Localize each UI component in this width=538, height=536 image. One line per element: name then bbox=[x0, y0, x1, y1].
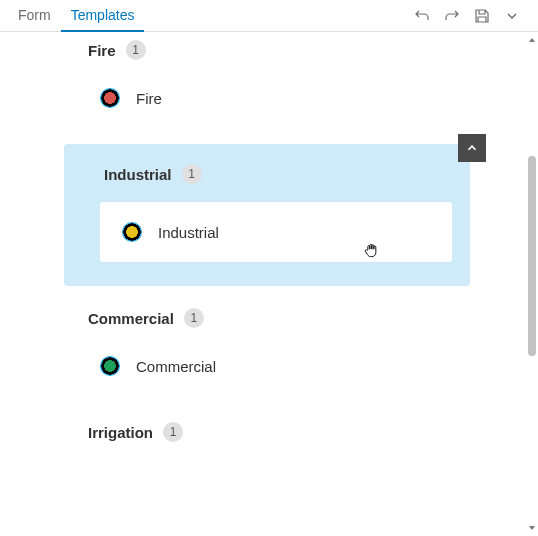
tab-bar: Form Templates bbox=[0, 0, 538, 32]
group-fire: Fire 1 Fire bbox=[0, 32, 538, 138]
commercial-symbol-icon bbox=[100, 356, 120, 376]
template-item[interactable]: Commercial bbox=[0, 338, 538, 394]
group-header[interactable]: Fire 1 bbox=[0, 34, 538, 70]
group-commercial: Commercial 1 Commercial bbox=[0, 292, 538, 406]
industrial-symbol-icon bbox=[122, 222, 142, 242]
item-label: Commercial bbox=[136, 358, 216, 375]
tab-form[interactable]: Form bbox=[8, 0, 61, 32]
template-item[interactable]: Fire bbox=[0, 70, 538, 126]
scroll-up-icon[interactable] bbox=[528, 36, 536, 44]
item-label: Fire bbox=[136, 90, 162, 107]
group-header[interactable]: Commercial 1 bbox=[0, 302, 538, 338]
redo-icon[interactable] bbox=[444, 8, 460, 24]
more-icon[interactable] bbox=[504, 8, 520, 24]
scroll-thumb[interactable] bbox=[528, 156, 536, 356]
toolbar bbox=[414, 8, 530, 24]
scrollbar[interactable] bbox=[528, 36, 536, 532]
group-header[interactable]: Industrial 1 bbox=[82, 164, 452, 202]
templates-list: Fire 1 Fire Industrial 1 I bbox=[0, 32, 538, 536]
group-title: Irrigation bbox=[88, 424, 153, 441]
count-badge: 1 bbox=[126, 40, 146, 60]
count-badge: 1 bbox=[182, 164, 202, 184]
undo-icon[interactable] bbox=[414, 8, 430, 24]
tab-templates[interactable]: Templates bbox=[61, 0, 145, 32]
group-title: Commercial bbox=[88, 310, 174, 327]
save-icon[interactable] bbox=[474, 8, 490, 24]
item-label: Industrial bbox=[158, 224, 219, 241]
group-irrigation: Irrigation 1 bbox=[0, 406, 538, 446]
group-industrial[interactable]: Industrial 1 Industrial bbox=[64, 144, 470, 286]
template-item[interactable]: Industrial bbox=[100, 202, 452, 262]
count-badge: 1 bbox=[163, 422, 183, 442]
group-header[interactable]: Irrigation 1 bbox=[0, 416, 538, 446]
fire-symbol-icon bbox=[100, 88, 120, 108]
group-title: Fire bbox=[88, 42, 116, 59]
count-badge: 1 bbox=[184, 308, 204, 328]
group-title: Industrial bbox=[104, 166, 172, 183]
collapse-button[interactable] bbox=[458, 134, 486, 162]
scroll-down-icon[interactable] bbox=[528, 524, 536, 532]
